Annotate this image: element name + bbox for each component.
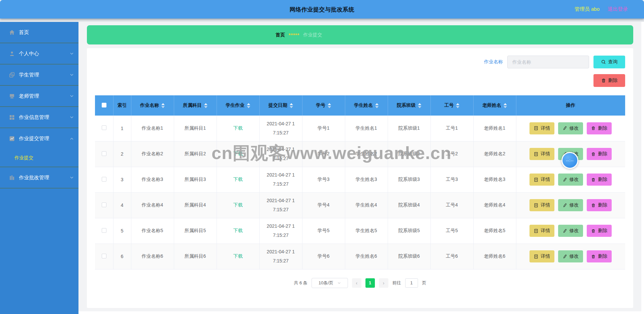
edit-button[interactable]: 修改 — [558, 250, 583, 262]
submit-date-cell: 2021-04-27 17:15:27 — [259, 141, 302, 167]
student-id-cell: 学号4 — [302, 192, 345, 218]
sort-icon[interactable] — [204, 103, 207, 108]
download-link[interactable]: 下载 — [233, 177, 243, 182]
edit-button[interactable]: 修改 — [558, 199, 583, 211]
detail-button[interactable]: 详情 — [529, 122, 554, 134]
select-all-header-cell[interactable] — [95, 95, 113, 116]
row-checkbox[interactable] — [102, 254, 106, 258]
row-delete-button[interactable]: 删除 — [587, 225, 612, 237]
download-link[interactable]: 下载 — [233, 202, 243, 208]
query-button[interactable]: 查询 — [593, 56, 625, 68]
sidebar-item-homework-correction-management[interactable]: 作业批改管理 — [0, 167, 78, 188]
download-link[interactable]: 下载 — [233, 253, 243, 259]
student-id-cell: 学号3 — [302, 167, 345, 192]
table-row: 4作业名称4所属科目4下载2021-04-27 17:15:27学号4学生姓名4… — [95, 192, 625, 218]
index-cell: 6 — [113, 244, 131, 269]
column-header-3[interactable]: 所属科目 — [174, 95, 217, 116]
row-checkbox[interactable] — [102, 228, 106, 233]
column-header-10[interactable]: 老师姓名 — [473, 95, 516, 116]
logout-link[interactable]: 退出登录 — [608, 6, 628, 12]
sidebar-item-home[interactable]: 首页 — [0, 22, 78, 43]
edit-button[interactable]: 修改 — [558, 174, 583, 186]
column-header-4[interactable]: 学生作业 — [217, 95, 259, 116]
breadcrumb-home[interactable]: 首页 — [276, 32, 285, 38]
sidebar-item-homework-submit-management[interactable]: 作业提交管理 — [0, 128, 78, 149]
delete-row: 删除 — [95, 74, 625, 87]
edit-button[interactable]: 修改 — [558, 122, 583, 134]
sidebar: 首页 个人中心 学生管理 老师管理 作业信息管理 — [0, 22, 78, 314]
column-header-5[interactable]: 提交日期 — [259, 95, 302, 116]
student-homework-cell: 下载 — [217, 244, 259, 269]
detail-button[interactable]: 详情 — [529, 174, 554, 186]
sort-icon[interactable] — [247, 103, 250, 108]
homework-name-cell: 作业名称2 — [131, 141, 174, 167]
sidebar-subitem-homework-submit[interactable]: 作业提交 — [0, 149, 78, 167]
row-delete-button[interactable]: 删除 — [587, 199, 612, 211]
pagination-total: 共 6 条 — [294, 280, 307, 286]
player-overlay-circle[interactable]: --:-- — [561, 152, 578, 169]
homework-table: 索引作业名称所属科目学生作业提交日期学号学生姓名院系班级工号老师姓名操作 1作业… — [95, 95, 625, 270]
prev-page-button[interactable]: ‹ — [352, 278, 361, 288]
row-delete-button[interactable]: 删除 — [587, 122, 612, 134]
download-link[interactable]: 下载 — [233, 151, 243, 156]
student-name-cell: 学生姓名6 — [345, 244, 388, 269]
submit-date-cell: 2021-04-27 17:15:27 — [259, 192, 302, 218]
sort-icon[interactable] — [290, 103, 293, 108]
row-checkbox[interactable] — [102, 202, 106, 207]
table-body: 1作业名称1所属科目1下载2021-04-27 17:15:27学号1学生姓名1… — [95, 116, 625, 269]
row-delete-button[interactable]: 删除 — [587, 148, 612, 160]
goto-page-input[interactable] — [405, 278, 418, 288]
next-page-button[interactable]: › — [379, 278, 388, 288]
column-label: 所属科目 — [183, 102, 202, 108]
select-all-checkbox[interactable] — [102, 103, 106, 107]
detail-button[interactable]: 详情 — [529, 250, 554, 262]
checkbox-cell — [95, 218, 113, 244]
row-checkbox[interactable] — [102, 125, 106, 130]
sort-icon[interactable] — [328, 103, 331, 108]
sort-icon[interactable] — [375, 103, 379, 108]
breadcrumb-separator: ***** — [289, 32, 299, 38]
subject-cell: 所属科目2 — [174, 141, 217, 167]
actions-cell: 详情修改删除 — [516, 192, 625, 218]
breadcrumb-current: 作业提交 — [303, 32, 322, 38]
job-id-cell: 工号3 — [430, 167, 473, 192]
pencil-icon — [562, 126, 567, 130]
delete-button[interactable]: 删除 — [593, 74, 625, 87]
copy-icon — [9, 72, 15, 78]
detail-button[interactable]: 详情 — [529, 199, 554, 211]
row-delete-button[interactable]: 删除 — [587, 174, 612, 186]
detail-button[interactable]: 详情 — [529, 225, 554, 237]
chevron-down-icon — [70, 52, 74, 56]
edit-button[interactable]: 修改 — [558, 225, 583, 237]
sidebar-item-homework-info-management[interactable]: 作业信息管理 — [0, 107, 78, 128]
sort-icon[interactable] — [456, 103, 459, 108]
row-checkbox[interactable] — [102, 151, 106, 156]
current-page-button[interactable]: 1 — [365, 278, 375, 288]
header-shadow-strip — [0, 19, 644, 22]
download-link[interactable]: 下载 — [233, 125, 243, 131]
download-link[interactable]: 下载 — [233, 228, 243, 233]
column-header-7[interactable]: 学生姓名 — [345, 95, 388, 116]
column-header-9[interactable]: 工号 — [430, 95, 473, 116]
sort-icon[interactable] — [504, 103, 507, 108]
sidebar-item-teacher-management[interactable]: 老师管理 — [0, 86, 78, 107]
job-id-cell: 工号6 — [430, 244, 473, 269]
row-checkbox[interactable] — [102, 177, 106, 182]
checkbox-cell — [95, 141, 113, 167]
page-size-select[interactable]: 10条/页 — [312, 278, 348, 288]
sidebar-item-student-management[interactable]: 学生管理 — [0, 64, 78, 86]
search-input[interactable] — [507, 56, 589, 68]
column-label: 院系班级 — [397, 102, 416, 108]
index-cell: 5 — [113, 218, 131, 244]
sort-icon[interactable] — [418, 103, 421, 108]
sidebar-item-label: 作业信息管理 — [19, 114, 70, 121]
document-icon — [534, 178, 538, 182]
column-header-2[interactable]: 作业名称 — [131, 95, 174, 116]
column-header-6[interactable]: 学号 — [302, 95, 345, 116]
row-delete-button[interactable]: 删除 — [587, 250, 612, 262]
sort-icon[interactable] — [161, 103, 165, 108]
trash-icon — [601, 78, 606, 83]
column-header-8[interactable]: 院系班级 — [388, 95, 430, 116]
detail-button[interactable]: 详情 — [529, 148, 554, 160]
sidebar-item-personal-center[interactable]: 个人中心 — [0, 43, 78, 64]
